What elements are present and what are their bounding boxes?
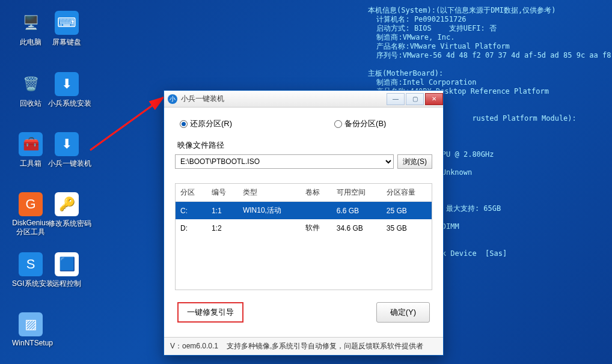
installer-window: 小 小兵一键装机 — ▢ ✕ 还原分区(R) 备份分区(B) 映像文件路径 E:…	[164, 90, 444, 356]
desktop-icon-DiskGenius分区工具[interactable]: GDiskGenius 分区工具	[12, 192, 49, 237]
close-button[interactable]: ✕	[425, 93, 443, 105]
icon-label: 修改系统密码	[48, 219, 85, 229]
desktop-icon-WinNTSetup[interactable]: ▨WinNTSetup	[12, 312, 49, 347]
cell-vol	[301, 202, 332, 220]
svg-line-0	[90, 97, 164, 150]
app-icon: ⬇	[55, 132, 79, 156]
column-header[interactable]: 分区容量	[382, 184, 432, 202]
table-row[interactable]: D:1:2软件34.6 GB35 GB	[176, 219, 432, 237]
titlebar[interactable]: 小 小兵一键装机 — ▢ ✕	[164, 91, 443, 108]
radio-backup-label: 备份分区(B)	[344, 118, 386, 129]
partition-table[interactable]: 分区编号类型卷标可用空间分区容量 C:1:1WIN10,活动6.6 GB25 G…	[175, 183, 432, 290]
window-title: 小兵一键装机	[181, 94, 385, 104]
app-icon: ⌨	[55, 11, 79, 35]
desktop-icon-小兵一键装机[interactable]: ⬇小兵一键装机	[48, 132, 85, 169]
app-icon: 🗑️	[19, 72, 43, 96]
cell-vol: 软件	[301, 219, 332, 237]
maximize-button[interactable]: ▢	[406, 93, 424, 105]
icon-label: 工具箱	[12, 159, 49, 169]
desktop-icon-此电脑[interactable]: 🖥️此电脑	[12, 11, 49, 47]
cell-partition: C:	[176, 202, 207, 220]
app-icon: ⬇	[55, 72, 79, 96]
icon-label: 小兵一键装机	[48, 159, 85, 169]
app-icon: 🔑	[55, 192, 79, 216]
column-header[interactable]: 分区	[176, 184, 207, 202]
image-path-select[interactable]: E:\BOOT\PTBOOTL.ISO	[175, 154, 394, 169]
cell-total: 25 GB	[382, 202, 432, 220]
desktop-icon-小兵系统安装[interactable]: ⬇小兵系统安装	[48, 72, 85, 109]
icon-label: 远程控制	[48, 279, 85, 289]
app-icon: ▨	[19, 312, 43, 336]
desktop-icon-回收站[interactable]: 🗑️回收站	[12, 72, 49, 109]
column-header[interactable]: 可用空间	[332, 184, 382, 202]
icon-label: 回收站	[12, 99, 49, 109]
cell-partition: D:	[176, 219, 207, 237]
radio-backup[interactable]: 备份分区(B)	[334, 118, 386, 129]
desktop-icon-远程控制[interactable]: 🟦远程控制	[48, 252, 85, 289]
app-icon: 🧰	[19, 132, 43, 156]
icon-label: 屏幕键盘	[48, 37, 85, 47]
status-bar: V：oem6.0.0.1 支持多种镜像,多系统引导自动修复，问题反馈联系软件提供…	[164, 337, 443, 355]
icon-label: DiskGenius 分区工具	[12, 219, 49, 237]
radio-restore-label: 还原分区(R)	[190, 118, 232, 129]
ok-button[interactable]: 确定(Y)	[376, 302, 430, 323]
desktop-icon-修改系统密码[interactable]: 🔑修改系统密码	[48, 192, 85, 229]
icon-label: 此电脑	[12, 37, 49, 47]
cell-type: WIN10,活动	[238, 202, 301, 220]
table-row[interactable]: C:1:1WIN10,活动6.6 GB25 GB	[176, 202, 432, 220]
cell-num: 1:1	[207, 202, 238, 220]
column-header[interactable]: 卷标	[301, 184, 332, 202]
column-header[interactable]: 编号	[207, 184, 238, 202]
app-icon: G	[19, 192, 43, 216]
desktop-icon-SGI系统安装[interactable]: SSGI系统安装	[12, 252, 49, 289]
desktop-icon-屏幕键盘[interactable]: ⌨屏幕键盘	[48, 11, 85, 47]
minimize-button[interactable]: —	[387, 93, 405, 105]
status-version: V：oem6.0.0.1	[170, 341, 218, 351]
cell-num: 1:2	[207, 219, 238, 237]
cell-type	[238, 219, 301, 237]
app-icon: 小	[168, 94, 177, 104]
app-icon: 🖥️	[19, 11, 43, 35]
column-header[interactable]: 类型	[238, 184, 301, 202]
cell-total: 35 GB	[382, 219, 432, 237]
app-icon: 🟦	[55, 252, 79, 276]
repair-boot-button[interactable]: 一键修复引导	[177, 302, 243, 323]
cell-free: 34.6 GB	[332, 219, 382, 237]
status-text: 支持多种镜像,多系统引导自动修复，问题反馈联系软件提供者	[227, 341, 423, 351]
icon-label: SGI系统安装	[12, 279, 49, 289]
app-icon: S	[19, 252, 43, 276]
path-label: 映像文件路径	[175, 140, 432, 151]
browse-button[interactable]: 浏览(S)	[397, 154, 432, 169]
radio-restore[interactable]: 还原分区(R)	[180, 118, 232, 129]
icon-label: 小兵系统安装	[48, 99, 85, 109]
icon-label: WinNTSetup	[12, 339, 49, 347]
cell-free: 6.6 GB	[332, 202, 382, 220]
desktop-icon-工具箱[interactable]: 🧰工具箱	[12, 132, 49, 169]
